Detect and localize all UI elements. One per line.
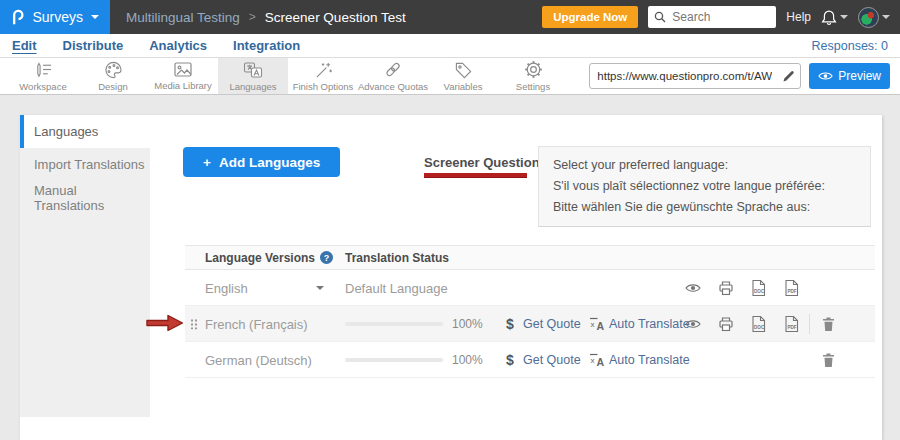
delete-language-icon[interactable]	[821, 352, 836, 368]
print-icon[interactable]	[718, 316, 734, 331]
tab-distribute[interactable]: Distribute	[63, 38, 124, 53]
preview-language-icon[interactable]	[685, 318, 701, 329]
toolbar-item-languages[interactable]: Languages	[218, 58, 288, 94]
breadcrumb-survey-name[interactable]: Multilingual Testing	[126, 10, 240, 25]
product-menu-label: Surveys	[32, 9, 83, 25]
toolbar-item-media-library[interactable]: Media Library	[148, 58, 218, 94]
translate-icon[interactable]: xA	[589, 353, 606, 367]
svg-text:A: A	[597, 356, 605, 367]
content-area: Languages Import Translations Manual Tra…	[0, 95, 900, 440]
export-doc-icon[interactable]: DOC	[751, 279, 766, 296]
breadcrumb-separator: >	[249, 10, 256, 24]
tab-analytics[interactable]: Analytics	[149, 38, 207, 53]
tab-integration[interactable]: Integration	[233, 38, 300, 53]
finish-options-icon	[314, 61, 333, 79]
eye-icon	[818, 71, 833, 81]
svg-text:DOC: DOC	[754, 289, 765, 294]
header-actions: Upgrade Now Help	[542, 6, 900, 28]
survey-url-field	[589, 63, 801, 89]
auto-translate-link[interactable]: Auto Translate	[609, 353, 690, 367]
annotation-arrow	[146, 314, 184, 332]
edit-toolbar: Workspace Design Media Library	[0, 58, 900, 95]
language-dropdown-caret[interactable]	[316, 286, 324, 290]
variables-icon	[454, 61, 473, 79]
global-search[interactable]	[648, 6, 776, 28]
plus-icon: +	[203, 155, 211, 170]
media-library-icon	[173, 61, 193, 78]
table-row-german: German (Deutsch) 100% $ Get Quote xA Aut…	[185, 342, 875, 378]
upgrade-now-button[interactable]: Upgrade Now	[542, 6, 638, 28]
breadcrumb: Multilingual Testing > Screener Question…	[126, 10, 406, 25]
account-menu[interactable]	[858, 7, 890, 28]
translation-progress-bar	[345, 322, 443, 326]
sidebar-item-manual-translations[interactable]: Manual Translations	[20, 181, 150, 214]
drag-handle[interactable]	[190, 318, 197, 329]
toolbar-item-workspace[interactable]: Workspace	[8, 58, 78, 94]
settings-icon	[524, 60, 543, 79]
table-row-french: French (Français) 100% $ Get Quote xA Au…	[185, 306, 875, 342]
toolbar-item-design[interactable]: Design	[78, 58, 148, 94]
add-languages-button[interactable]: + Add Languages	[183, 147, 340, 177]
questionpro-logo	[11, 7, 24, 28]
screener-question-box: Select your preferred language: S'il vou…	[538, 146, 871, 227]
languages-sidebar: Languages Import Translations Manual Tra…	[20, 115, 150, 417]
pencil-icon	[782, 70, 795, 83]
avatar	[858, 7, 879, 28]
svg-text:x: x	[591, 319, 595, 328]
export-pdf-icon[interactable]: PDF	[784, 279, 799, 296]
app-root: Surveys Multilingual Testing > Screener …	[0, 0, 900, 440]
breadcrumb-page-name: Screener Question Test	[265, 10, 406, 25]
table-header-row: Language Versions ? Translation Status	[185, 245, 875, 270]
preview-language-icon[interactable]	[685, 282, 701, 293]
languages-icon	[243, 61, 263, 79]
search-input[interactable]	[670, 9, 770, 25]
toolbar-item-advance-quotas[interactable]: Advance Quotas	[358, 58, 428, 94]
survey-nav-tabs: Edit Distribute Analytics Integration Re…	[0, 34, 900, 58]
language-name: German (Deutsch)	[205, 352, 312, 367]
sidebar-item-languages[interactable]: Languages	[20, 115, 150, 148]
notifications-menu[interactable]	[821, 9, 848, 26]
advance-quotas-icon	[383, 60, 403, 79]
screener-line-french: S'il vous plaît sélectionnez votre langu…	[553, 176, 856, 197]
responses-count[interactable]: Responses: 0	[812, 39, 888, 53]
chevron-down-icon	[840, 15, 848, 19]
svg-text:x: x	[591, 355, 595, 364]
toolbar-item-settings[interactable]: Settings	[498, 58, 568, 94]
product-switcher[interactable]: Surveys	[0, 0, 110, 34]
print-icon[interactable]	[718, 280, 734, 295]
table-row-english: English Default Language DOC	[185, 270, 875, 306]
toolbar-item-finish-options[interactable]: Finish Options	[288, 58, 358, 94]
preview-button[interactable]: Preview	[809, 63, 890, 89]
bell-icon	[821, 9, 837, 26]
get-quote-link[interactable]: Get Quote	[523, 317, 581, 331]
column-header-translation-status: Translation Status	[345, 251, 449, 265]
svg-text:PDF: PDF	[787, 289, 796, 294]
tab-edit[interactable]: Edit	[12, 38, 37, 53]
translation-progress-bar	[345, 358, 443, 362]
delete-language-icon[interactable]	[821, 316, 836, 332]
dollar-icon[interactable]: $	[506, 352, 514, 368]
top-header-bar: Surveys Multilingual Testing > Screener …	[0, 0, 900, 34]
chevron-down-icon	[882, 15, 890, 19]
column-header-language-versions: Language Versions ?	[205, 251, 333, 265]
dollar-icon[interactable]: $	[506, 316, 514, 332]
design-icon	[104, 61, 123, 79]
language-name: English	[205, 280, 248, 295]
sidebar-item-import-translations[interactable]: Import Translations	[20, 148, 150, 181]
divider	[809, 314, 810, 334]
languages-main: + Add Languages Screener Question : Sele…	[150, 115, 882, 440]
auto-translate-link[interactable]: Auto Translate	[609, 317, 690, 331]
translate-icon[interactable]: xA	[589, 317, 606, 331]
screener-line-german: Bitte wählen Sie die gewünschte Sprache …	[553, 197, 856, 218]
export-pdf-icon[interactable]: PDF	[784, 315, 799, 332]
get-quote-link[interactable]: Get Quote	[523, 353, 581, 367]
progress-percent: 100%	[452, 317, 483, 331]
edit-url-button[interactable]	[776, 70, 800, 83]
toolbar-item-variables[interactable]: Variables	[428, 58, 498, 94]
survey-url-input[interactable]	[590, 70, 776, 82]
help-link[interactable]: Help	[786, 10, 811, 24]
language-versions-table: Language Versions ? Translation Status E…	[185, 245, 875, 378]
help-icon[interactable]: ?	[320, 251, 333, 264]
export-doc-icon[interactable]: DOC	[751, 315, 766, 332]
svg-text:DOC: DOC	[754, 325, 765, 330]
